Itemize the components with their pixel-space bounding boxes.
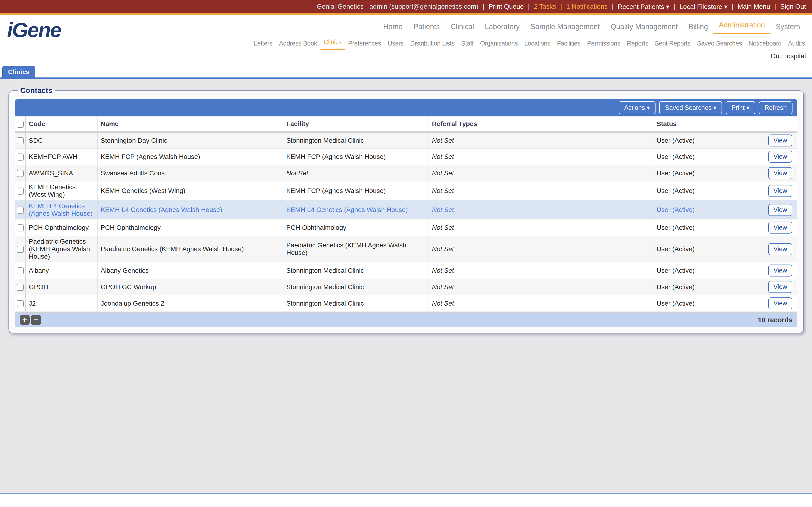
table-row: GPOH GPOH GC Workup Stonnington Medical …	[15, 279, 797, 295]
cell-status: User (Active)	[653, 201, 764, 219]
add-row-button[interactable]: +	[20, 315, 30, 325]
row-checkbox[interactable]	[17, 246, 24, 253]
nav-patients[interactable]: Patients	[408, 22, 445, 34]
separator: |	[612, 3, 613, 10]
separator: |	[674, 3, 675, 10]
view-button[interactable]: View	[768, 134, 792, 147]
tasks-link[interactable]: 2 Tasks	[534, 3, 556, 10]
subnav-sent-reports[interactable]: Sent Reports	[652, 40, 694, 50]
row-checkbox[interactable]	[17, 154, 24, 161]
sign-out-link[interactable]: Sign Out	[780, 3, 806, 10]
main-menu-link[interactable]: Main Menu	[738, 3, 770, 10]
view-button[interactable]: View	[768, 185, 792, 197]
table-row: Paediatric Genetics (KEMH Agnes Walsh Ho…	[15, 236, 797, 263]
refresh-button[interactable]: Refresh	[759, 101, 793, 114]
nav-laboratory[interactable]: Laboratory	[479, 22, 525, 34]
row-checkbox[interactable]	[17, 170, 24, 177]
content-area: Contacts Actions ▾ Saved Searches ▾ Prin…	[0, 78, 812, 493]
view-button[interactable]: View	[768, 204, 792, 216]
column-header-status[interactable]: Status	[653, 116, 764, 132]
footer-divider-line	[0, 493, 812, 494]
subnav-clinics[interactable]: Clinics	[320, 39, 345, 50]
table-row: AWMGS_SINA Swansea Adults Cons Not Set N…	[15, 165, 797, 181]
column-header-code[interactable]: Code	[26, 116, 97, 132]
row-checkbox[interactable]	[17, 137, 24, 144]
cell-referral-types: Not Set	[428, 165, 653, 181]
nav-sample-management[interactable]: Sample Management	[525, 22, 605, 34]
table-row: PCH Ophthalmology PCH Ophthalmology PCH …	[15, 219, 797, 236]
column-header-facility[interactable]: Facility	[283, 116, 428, 132]
cell-code: PCH Ophthalmology	[26, 219, 97, 236]
nav-home[interactable]: Home	[378, 22, 408, 34]
select-all-checkbox[interactable]	[17, 121, 24, 128]
view-button[interactable]: View	[768, 151, 792, 163]
subnav-saved-searches[interactable]: Saved Searches	[694, 40, 745, 50]
row-checkbox[interactable]	[17, 284, 24, 291]
subnav-address-book[interactable]: Address Book	[276, 40, 320, 50]
row-select-cell	[15, 263, 26, 279]
nav-quality-management[interactable]: Quality Management	[605, 22, 683, 34]
cell-referral-types: Not Set	[428, 201, 653, 219]
main-nav: Home Patients Clinical Laboratory Sample…	[0, 15, 812, 34]
subnav-users[interactable]: Users	[385, 40, 407, 50]
cell-status: User (Active)	[653, 279, 764, 295]
row-select-cell	[15, 181, 26, 201]
view-cell: View	[764, 279, 797, 295]
row-checkbox[interactable]	[17, 300, 24, 307]
nav-billing[interactable]: Billing	[683, 22, 714, 34]
cell-facility: Not Set	[283, 165, 428, 181]
view-cell: View	[764, 181, 797, 201]
cell-facility[interactable]: KEMH L4 Genetics (Agnes Walsh House)	[283, 201, 428, 219]
view-button[interactable]: View	[768, 243, 792, 255]
subnav-noticeboard[interactable]: Noticeboard	[745, 40, 785, 50]
local-filestore-dropdown[interactable]: Local Filestore ▾	[679, 3, 727, 10]
subnav-permissions[interactable]: Permissions	[584, 40, 624, 50]
cell-code[interactable]: KEMH L4 Genetics (Agnes Walsh House)	[26, 201, 97, 219]
subnav-reports[interactable]: Reports	[623, 40, 652, 50]
row-checkbox[interactable]	[17, 187, 24, 194]
row-checkbox[interactable]	[17, 207, 24, 214]
actions-dropdown-button[interactable]: Actions ▾	[619, 101, 656, 114]
subnav-staff[interactable]: Staff	[458, 40, 477, 50]
nav-administration[interactable]: Administration	[713, 21, 770, 34]
cell-code: J2	[26, 295, 97, 312]
subnav-locations[interactable]: Locations	[521, 40, 554, 50]
column-header-referral-types[interactable]: Referral Types	[428, 116, 653, 132]
recent-patients-dropdown[interactable]: Recent Patients ▾	[618, 3, 669, 10]
view-button[interactable]: View	[768, 297, 792, 309]
row-select-cell	[15, 236, 26, 263]
subnav-letters[interactable]: Letters	[250, 40, 275, 50]
remove-row-button[interactable]: −	[31, 315, 41, 325]
row-checkbox[interactable]	[17, 224, 24, 231]
cell-facility: Stonnington Medical Clinic	[283, 263, 428, 279]
view-cell: View	[764, 132, 797, 149]
cell-referral-types: Not Set	[428, 181, 653, 201]
ou-hospital-link[interactable]: Hospital	[782, 52, 806, 60]
subnav-preferences[interactable]: Preferences	[345, 40, 385, 50]
admin-sub-nav: Letters Address Book Clinics Preferences…	[0, 34, 812, 50]
cell-name[interactable]: KEMH L4 Genetics (Agnes Walsh House)	[97, 201, 283, 219]
minus-icon: −	[33, 316, 38, 324]
subnav-audits[interactable]: Audits	[785, 40, 808, 50]
column-header-name[interactable]: Name	[97, 116, 283, 132]
cell-code: Albany	[26, 263, 97, 279]
nav-clinical[interactable]: Clinical	[445, 22, 479, 34]
notifications-link[interactable]: 1 Notifications	[566, 3, 608, 10]
print-dropdown-button[interactable]: Print ▾	[726, 101, 755, 114]
cell-referral-types: Not Set	[428, 132, 653, 149]
view-button[interactable]: View	[768, 167, 792, 179]
view-button[interactable]: View	[768, 281, 792, 293]
print-queue-link[interactable]: Print Queue	[489, 3, 524, 10]
subnav-organisations[interactable]: Organisations	[477, 40, 521, 50]
cell-referral-types: Not Set	[428, 236, 653, 263]
nav-system[interactable]: System	[770, 22, 805, 34]
subnav-distribution-lists[interactable]: Distribution Lists	[407, 40, 458, 50]
igene-logo[interactable]: iGene	[7, 18, 61, 42]
cell-code: Paediatric Genetics (KEMH Agnes Walsh Ho…	[26, 236, 97, 263]
row-checkbox[interactable]	[17, 267, 24, 274]
view-button[interactable]: View	[768, 265, 792, 277]
view-button[interactable]: View	[768, 222, 792, 233]
saved-searches-dropdown-button[interactable]: Saved Searches ▾	[659, 101, 722, 114]
tab-clinics[interactable]: Clinics	[2, 66, 35, 77]
subnav-facilities[interactable]: Facilities	[554, 40, 584, 50]
